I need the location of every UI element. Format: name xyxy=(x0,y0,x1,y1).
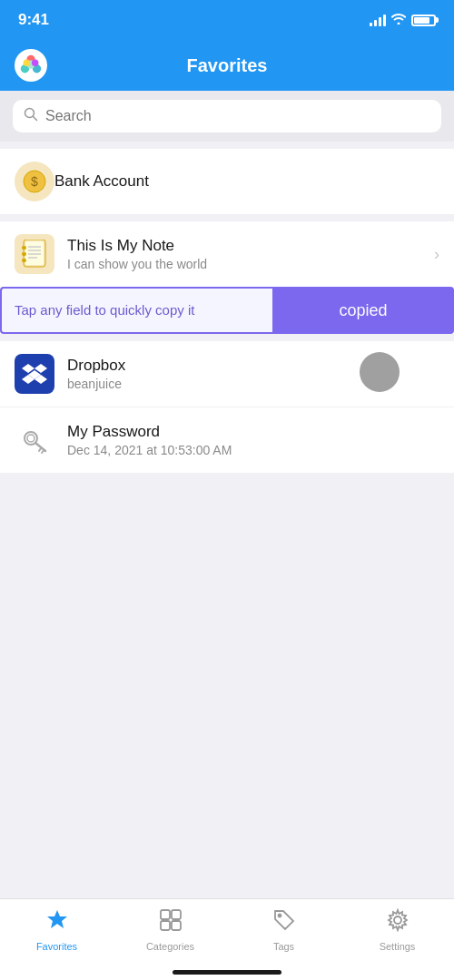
svg-point-35 xyxy=(394,916,401,924)
categories-label: Categories xyxy=(146,941,194,952)
tooltip-row: Tap any field to quickly copy it copied xyxy=(0,287,454,334)
tab-categories[interactable]: Categories xyxy=(114,908,227,952)
password-section: Dropbox beanjuice My Password Dec 14, 20… xyxy=(0,341,454,473)
chevron-right-icon: › xyxy=(434,245,439,264)
svg-rect-16 xyxy=(22,246,26,250)
svg-rect-33 xyxy=(172,921,181,930)
key-icon xyxy=(15,420,54,460)
favorites-icon xyxy=(45,908,69,937)
tooltip-hint-text: Tap any field to quickly copy it xyxy=(15,301,194,319)
svg-point-5 xyxy=(32,59,38,65)
password-subtitle: Dec 14, 2021 at 10:53:00 AM xyxy=(67,443,439,457)
note-icon xyxy=(15,234,54,274)
svg-rect-31 xyxy=(172,910,181,919)
favorites-label: Favorites xyxy=(36,941,77,952)
svg-rect-17 xyxy=(22,252,26,256)
password-title: My Password xyxy=(67,423,439,441)
tab-favorites[interactable]: Favorites xyxy=(0,908,114,952)
svg-rect-11 xyxy=(25,241,44,265)
svg-marker-29 xyxy=(47,910,67,928)
note-section: This Is My Note I can show you the world… xyxy=(0,221,454,334)
categories-icon xyxy=(159,908,183,937)
status-time: 9:41 xyxy=(18,11,49,29)
svg-rect-30 xyxy=(161,910,170,919)
search-icon xyxy=(24,107,38,125)
bank-account-title: Bank Account xyxy=(54,172,439,191)
svg-point-25 xyxy=(27,435,35,442)
settings-icon xyxy=(386,908,410,937)
svg-text:$: $ xyxy=(31,174,38,189)
search-input[interactable] xyxy=(45,108,430,124)
copied-label: copied xyxy=(339,301,387,320)
home-indicator xyxy=(173,970,281,975)
svg-line-7 xyxy=(34,117,37,121)
wifi-icon xyxy=(391,13,406,27)
svg-line-28 xyxy=(42,451,44,454)
list-item[interactable]: $ Bank Account xyxy=(0,149,454,214)
tab-tags[interactable]: Tags xyxy=(227,908,340,952)
tags-label: Tags xyxy=(273,941,294,952)
note-item[interactable]: This Is My Note I can show you the world… xyxy=(0,221,454,287)
search-bar[interactable] xyxy=(13,100,441,132)
search-container xyxy=(0,91,454,142)
bank-account-icon: $ xyxy=(15,162,54,201)
app-logo xyxy=(15,49,47,82)
copied-button[interactable]: copied xyxy=(272,287,454,334)
bank-account-section: $ Bank Account xyxy=(0,149,454,214)
note-subtitle: I can show you the world xyxy=(67,257,434,271)
page-title: Favorites xyxy=(187,55,268,76)
tab-settings[interactable]: Settings xyxy=(340,908,454,952)
svg-point-4 xyxy=(24,59,30,65)
signal-icon xyxy=(370,14,386,26)
dropbox-item[interactable]: Dropbox beanjuice xyxy=(0,341,454,407)
svg-line-27 xyxy=(39,448,41,451)
svg-rect-32 xyxy=(161,921,170,930)
battery-icon xyxy=(411,15,436,26)
note-title: This Is My Note xyxy=(67,237,434,255)
status-bar: 9:41 xyxy=(0,0,454,40)
tags-icon xyxy=(272,908,296,937)
tooltip-hint: Tap any field to quickly copy it xyxy=(0,287,272,334)
password-item[interactable]: My Password Dec 14, 2021 at 10:53:00 AM xyxy=(0,407,454,473)
status-icons xyxy=(370,13,436,27)
dropbox-icon xyxy=(15,354,54,394)
svg-point-34 xyxy=(278,915,281,917)
tab-bar: Favorites Categories Tags xyxy=(0,898,454,980)
header: Favorites xyxy=(0,40,454,91)
settings-label: Settings xyxy=(380,941,416,952)
touch-circle xyxy=(360,352,400,392)
svg-rect-18 xyxy=(22,259,26,262)
